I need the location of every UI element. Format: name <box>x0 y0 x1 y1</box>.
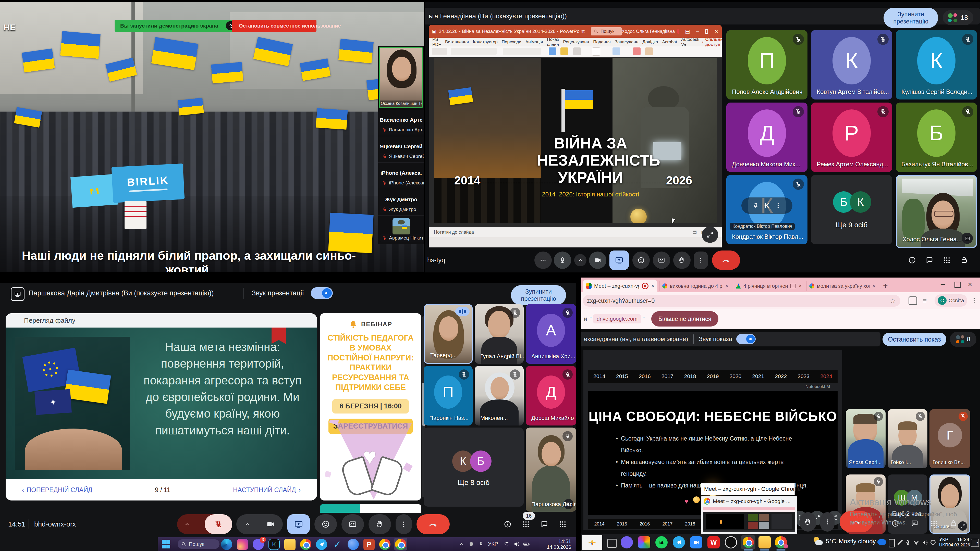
participant-tile[interactable]: П Паронкін Наз... <box>424 366 473 426</box>
pen-icon[interactable] <box>897 540 903 545</box>
paint3d-icon[interactable] <box>348 539 359 550</box>
battery-icon[interactable] <box>523 541 530 548</box>
taskbar-preview-card[interactable]: Meet – zxg-cuxn-vgh - Google ... <box>701 496 797 534</box>
telegram-icon[interactable] <box>673 536 685 548</box>
chrome-icon[interactable] <box>379 539 390 550</box>
shapes-icon[interactable] <box>549 48 556 55</box>
participant-tile[interactable]: Д Донченко Микола Мик... <box>726 103 808 172</box>
file-explorer-icon[interactable] <box>284 539 296 550</box>
tab[interactable]: виховна година до 4 років по × <box>659 281 731 291</box>
share-document-button[interactable]: Спільний доступ <box>701 37 722 47</box>
stop-sharing-button[interactable]: Остановить совместное использование <box>232 20 317 32</box>
restore-icon[interactable] <box>705 29 708 34</box>
participant-tile[interactable]: К Кулішов Сергій Володи... <box>896 30 977 100</box>
chrome-active-icon[interactable] <box>741 535 756 549</box>
next-slide-button[interactable]: НАСТУПНИЙ СЛАЙД › <box>233 486 301 494</box>
more-audio-options-button[interactable] <box>535 251 552 269</box>
expand-shared-content-button[interactable] <box>702 227 718 243</box>
more-options-button[interactable] <box>820 512 835 532</box>
arrange-icon[interactable] <box>560 48 568 55</box>
wifi-icon[interactable] <box>913 540 919 546</box>
raise-hand-button[interactable] <box>800 512 816 532</box>
window-close[interactable]: × <box>968 280 972 289</box>
stop-sharing-site-button[interactable]: Більше не ділитися <box>651 311 718 327</box>
preview-thumbnail[interactable] <box>703 507 795 532</box>
prev-slide-button[interactable]: ‹ ПОПЕРЕДНІЙ СЛАЙД <box>22 486 92 494</box>
tab[interactable]: 4 річниця вторгнення.pdf × <box>733 281 804 291</box>
ribbon-tab[interactable]: Довідка <box>640 40 660 44</box>
tray-chevron-icon[interactable] <box>459 541 465 547</box>
file-explorer-icon[interactable] <box>759 536 771 548</box>
weather-widget[interactable]: 5°C Mostly cloudy <box>813 536 876 546</box>
ribbon-display-icon[interactable]: ▤ <box>685 28 690 35</box>
language-clock-block[interactable]: УКР16:24 UKR04.03.2026 <box>939 537 969 548</box>
taskbar-clock[interactable]: 14:51 14.03.2026 <box>538 538 571 550</box>
participant-tile[interactable]: А Анцишкіна Хри... <box>526 304 576 364</box>
share-sound-toggle[interactable] <box>736 334 756 344</box>
participant-tile[interactable]: Гупал Андрій Ві... <box>475 304 524 364</box>
end-call-button[interactable] <box>417 514 450 534</box>
language-indicator[interactable]: УКР <box>488 541 498 547</box>
notification-center-button[interactable]: 2 <box>971 539 979 547</box>
participant-tile[interactable]: Аврамец Никита <box>378 216 424 244</box>
people-button[interactable] <box>519 517 533 531</box>
ribbon-tab[interactable]: Acrobat <box>660 40 679 44</box>
omnibox[interactable]: zxg-cuxn-vgh?authuser=0 ☆ <box>583 295 900 306</box>
chat-button[interactable] <box>922 253 937 267</box>
ribbon-tab[interactable]: Записуванн <box>613 40 641 44</box>
stop-presenting-button[interactable]: Зупинити презентацію <box>511 285 566 305</box>
ribbon-tab[interactable]: Конструктор <box>471 40 500 44</box>
presentation-sound-toggle[interactable] <box>311 287 333 299</box>
phone-link-icon[interactable] <box>889 539 895 548</box>
participant-tile[interactable]: Ялоза Сергі... <box>846 409 886 468</box>
chrome-profile-icon[interactable] <box>300 539 311 550</box>
participant-tile[interactable]: Д Дорош Михайло Р... <box>526 366 576 426</box>
flip-camera-button[interactable] <box>962 233 973 244</box>
participant-tile[interactable]: П Попов Алекс Андрійович <box>726 30 808 100</box>
participant-tile[interactable]: Г Голишко Вл... <box>929 409 970 468</box>
tab-close-icon[interactable]: × <box>799 283 802 289</box>
self-video-tile[interactable]: Паршакова Дарія Д... <box>526 427 576 512</box>
tray-mic-icon[interactable] <box>478 541 484 547</box>
font-box[interactable] <box>451 48 496 55</box>
apps-button[interactable] <box>556 517 570 531</box>
webinar-poster-card[interactable]: ВЕБІНАР СТІЙКІСТЬ ПЕДАГОГА В УМОВАХ ПОСТ… <box>320 313 421 500</box>
designer-icon[interactable] <box>645 48 653 55</box>
defender-icon[interactable] <box>469 541 474 547</box>
tab[interactable]: молитва за україну хома - По × <box>807 281 878 291</box>
participant-tile[interactable]: Гойко І... <box>888 409 928 468</box>
widgets-button[interactable] <box>582 535 602 550</box>
viber-icon[interactable]: 3 <box>253 539 264 550</box>
search-box[interactable]: Пошук <box>178 539 220 549</box>
reading-list-icon[interactable]: ≡ <box>923 297 927 305</box>
ribbon-tab[interactable]: Рецензуванн <box>561 40 591 44</box>
info-button[interactable] <box>905 253 919 267</box>
window-minimize[interactable]: – <box>941 279 945 288</box>
bookmark-star-icon[interactable]: ☆ <box>890 297 896 305</box>
volume-icon[interactable] <box>922 540 928 546</box>
participant-tile[interactable]: Р Ремез Артем Олександ... <box>811 103 892 172</box>
tray-chevron-icon[interactable] <box>870 540 875 545</box>
info-button[interactable] <box>501 517 514 531</box>
powerpoint-icon[interactable]: P <box>363 539 375 550</box>
camera-button[interactable] <box>236 514 283 534</box>
wifi-icon[interactable] <box>504 541 510 547</box>
paragraph-group[interactable] <box>503 48 541 55</box>
viber-icon[interactable] <box>620 536 633 548</box>
onedrive-icon[interactable] <box>877 539 886 545</box>
tab-close-icon[interactable]: × <box>872 283 875 289</box>
task-view-icon[interactable] <box>608 539 617 548</box>
wattpad-icon[interactable]: W <box>708 536 720 548</box>
tab-close-icon[interactable]: × <box>725 283 729 289</box>
profile-chip[interactable]: C Освіта <box>935 294 967 306</box>
reactions-button[interactable] <box>314 514 337 534</box>
minimize-icon[interactable]: – <box>696 28 699 35</box>
telegram-icon[interactable] <box>316 539 327 550</box>
chrome-menu-icon[interactable] <box>971 297 977 303</box>
ribbon-tab[interactable]: Подання <box>591 40 613 44</box>
reactions-button[interactable] <box>632 251 650 269</box>
more-options-button[interactable] <box>694 251 708 269</box>
captions-button[interactable] <box>653 251 670 269</box>
tile-hover-actions[interactable]: К <box>741 197 792 214</box>
more-options-icon[interactable] <box>775 202 781 209</box>
